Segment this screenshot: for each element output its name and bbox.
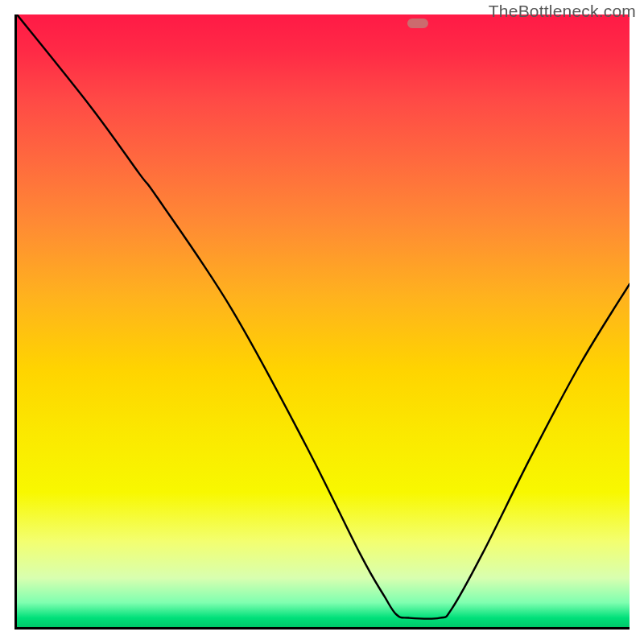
optimal-point-marker xyxy=(407,19,428,28)
plot-area xyxy=(14,14,630,630)
chart-frame: TheBottleneck.com xyxy=(0,0,644,644)
watermark-text: TheBottleneck.com xyxy=(489,2,636,21)
bottleneck-curve xyxy=(17,14,630,627)
